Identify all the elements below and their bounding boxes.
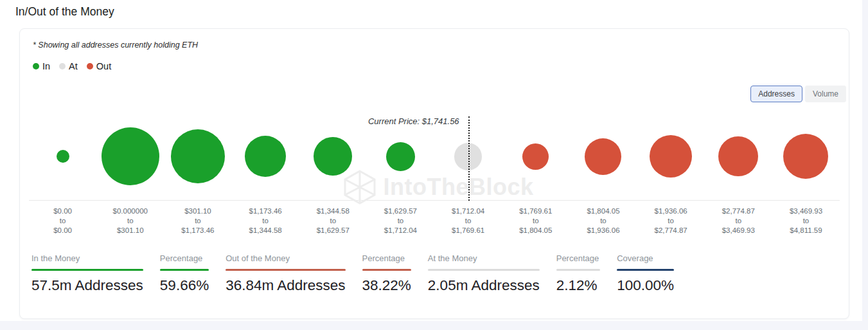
price-range-label: $1,173.46to$1,344.58: [232, 206, 299, 235]
stat-underline: [226, 269, 345, 271]
price-range-label-line: $1,173.46: [232, 206, 299, 216]
current-price-divider-line: [468, 116, 470, 201]
price-range-label-line: $301.10: [96, 226, 164, 235]
stat-value: 59.66%: [160, 277, 209, 294]
stat-value: 100.00%: [617, 277, 674, 294]
price-range-label: $1,769.61to$1,804.05: [502, 206, 569, 235]
legend-item-out[interactable]: Out: [87, 61, 111, 71]
price-range-label: $1,629.57to$1,712.04: [367, 206, 434, 235]
legend-in-dot-icon: [33, 63, 39, 69]
bubble-column: [232, 113, 299, 200]
price-range-label-line: $1,712.04: [367, 226, 434, 235]
bubble-row: Current Price: $1,741.56: [29, 113, 840, 201]
price-range-label: $1,344.58to$1,629.57: [299, 206, 367, 235]
stat-block: Percentage2.12%: [556, 253, 601, 294]
bubble-column: [29, 113, 96, 200]
legend-out-dot-icon: [87, 63, 93, 69]
stat-underline: [428, 269, 540, 271]
stat-block: Percentage38.22%: [362, 253, 411, 294]
stat-value: 36.84m Addresses: [226, 277, 345, 294]
price-range-label-line: to: [569, 216, 637, 226]
price-range-label-line: $1,769.61: [502, 206, 569, 216]
price-range-label: $0.000000to$301.10: [96, 206, 164, 235]
price-range-label-line: $1,936.06: [637, 206, 705, 216]
bubble-column: [772, 113, 840, 200]
price-range-label-line: $1,804.05: [502, 226, 569, 235]
price-range-label-line: $3,469.93: [705, 226, 772, 235]
chart-note: * Showing all addresses currently holdin…: [33, 41, 198, 50]
legend-item-at[interactable]: At: [59, 61, 78, 71]
bubble-out[interactable]: [585, 138, 621, 175]
page-title: In/Out of the Money: [15, 5, 114, 19]
price-range-label-line: $2,774.87: [705, 206, 772, 216]
chart-legend: In At Out: [33, 61, 111, 71]
summary-stats: In the Money57.5m AddressesPercentage59.…: [31, 253, 674, 294]
price-range-label-line: to: [299, 216, 367, 226]
price-range-label-line: to: [772, 216, 840, 226]
bubble-out[interactable]: [718, 136, 758, 176]
stat-underline: [160, 269, 209, 271]
price-range-label: $1,712.04to$1,769.61: [434, 206, 502, 235]
bubble-in[interactable]: [102, 127, 159, 185]
addresses-toggle-button[interactable]: Addresses: [750, 86, 802, 102]
bubble-out[interactable]: [522, 143, 549, 170]
bubble-in[interactable]: [57, 150, 69, 163]
stat-label: Out of the Money: [226, 253, 345, 269]
price-range-label-line: $1,769.61: [434, 226, 502, 235]
stat-block: Out of the Money36.84m Addresses: [226, 253, 345, 294]
bubble-in[interactable]: [314, 137, 352, 176]
price-range-label-line: $1,173.46: [164, 226, 231, 235]
price-range-label-line: to: [29, 216, 96, 226]
page-background-strip-right: [862, 0, 868, 330]
price-range-label-line: $4,811.59: [772, 226, 840, 235]
stat-block: In the Money57.5m Addresses: [31, 253, 143, 294]
axis-label-row: $0.00to$0.00$0.000000to$301.10$301.10to$…: [29, 206, 840, 235]
price-range-label: $1,804.05to$1,936.06: [569, 206, 637, 235]
price-range-label-line: to: [367, 216, 434, 226]
legend-out-label: Out: [96, 61, 111, 71]
stat-underline: [362, 269, 411, 271]
bubble-in[interactable]: [171, 129, 225, 183]
stat-label: Percentage: [556, 253, 601, 269]
bubble-out[interactable]: [783, 134, 828, 179]
bubble-in[interactable]: [386, 142, 415, 171]
bubble-out[interactable]: [650, 135, 692, 178]
stat-block: At the Money2.05m Addresses: [428, 253, 540, 294]
current-price-label: Current Price: $1,741.56: [368, 116, 459, 126]
legend-at-label: At: [69, 61, 78, 71]
legend-item-in[interactable]: In: [33, 61, 50, 71]
volume-toggle-button[interactable]: Volume: [805, 86, 846, 102]
price-range-label-line: $0.000000: [96, 206, 164, 216]
bubble-in[interactable]: [245, 136, 286, 177]
price-range-label-line: to: [96, 216, 164, 226]
price-range-label-line: $2,774.87: [637, 226, 705, 235]
price-range-label: $301.10to$1,173.46: [164, 206, 231, 235]
bubble-column: [705, 113, 772, 200]
bubble-column: [299, 113, 367, 200]
legend-in-label: In: [42, 61, 50, 71]
bubble-column: [502, 113, 569, 200]
bubble-column: [569, 113, 637, 200]
price-range-label: $1,936.06to$2,774.87: [637, 206, 705, 235]
price-range-label: $0.00to$0.00: [29, 206, 96, 235]
price-range-label-line: $1,804.05: [569, 206, 637, 216]
price-range-label-line: to: [164, 216, 231, 226]
price-range-label: $2,774.87to$3,469.93: [705, 206, 772, 235]
stat-underline: [556, 269, 601, 271]
price-range-label-line: $1,629.57: [367, 206, 434, 216]
inout-money-card: * Showing all addresses currently holdin…: [19, 28, 849, 319]
price-range-label-line: $0.00: [29, 226, 96, 235]
view-toggle: Addresses Volume: [750, 86, 846, 102]
stat-label: Percentage: [362, 253, 411, 269]
stat-value: 57.5m Addresses: [31, 277, 143, 294]
price-range-label-line: to: [502, 216, 569, 226]
price-range-label-line: $3,469.93: [772, 206, 840, 216]
price-range-label-line: $1,344.58: [299, 206, 367, 216]
bubble-chart: Current Price: $1,741.56 $0.00to$0.00$0.…: [29, 113, 840, 235]
stat-label: Coverage: [617, 253, 674, 269]
price-range-label-line: $1,936.06: [569, 226, 637, 235]
price-range-label: $3,469.93to$4,811.59: [772, 206, 840, 235]
stat-block: Coverage100.00%: [617, 253, 674, 294]
price-range-label-line: to: [434, 216, 502, 226]
price-range-label-line: $1,344.58: [232, 226, 299, 235]
